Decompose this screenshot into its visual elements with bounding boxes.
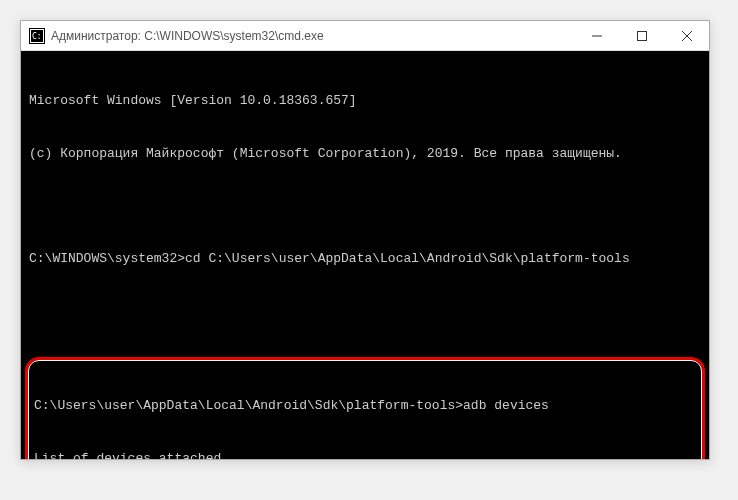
terminal-output: List of devices attached bbox=[34, 450, 696, 459]
cmd-window: C: Администратор: C:\WINDOWS\system32\cm… bbox=[20, 20, 710, 460]
close-button[interactable] bbox=[664, 21, 709, 51]
window-title: Администратор: C:\WINDOWS\system32\cmd.e… bbox=[51, 29, 574, 43]
window-controls bbox=[574, 21, 709, 51]
svg-rect-5 bbox=[637, 31, 646, 40]
minimize-button[interactable] bbox=[574, 21, 619, 51]
maximize-button[interactable] bbox=[619, 21, 664, 51]
terminal-command: C:\Users\user\AppData\Local\Android\Sdk\… bbox=[34, 397, 696, 415]
highlighted-output: C:\Users\user\AppData\Local\Android\Sdk\… bbox=[25, 357, 705, 459]
cmd-icon: C: bbox=[29, 28, 45, 44]
svg-text:C:: C: bbox=[32, 32, 42, 41]
terminal-output: Microsoft Windows [Version 10.0.18363.65… bbox=[29, 92, 701, 110]
terminal-area[interactable]: Microsoft Windows [Version 10.0.18363.65… bbox=[21, 51, 709, 459]
terminal-output: (c) Корпорация Майкрософт (Microsoft Cor… bbox=[29, 145, 701, 163]
terminal-command: C:\WINDOWS\system32>cd C:\Users\user\App… bbox=[29, 250, 701, 268]
titlebar[interactable]: C: Администратор: C:\WINDOWS\system32\cm… bbox=[21, 21, 709, 51]
